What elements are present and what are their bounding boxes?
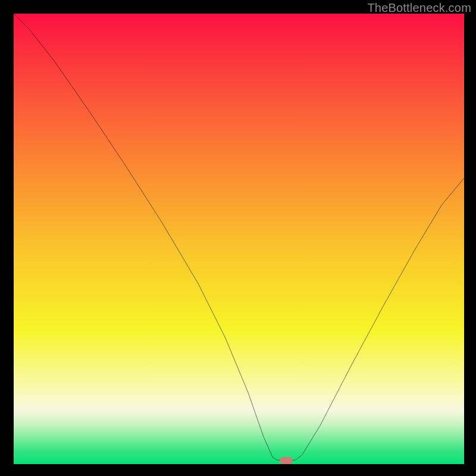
- plot-area: [14, 14, 464, 464]
- chart-stage: TheBottleneck.com: [0, 0, 476, 476]
- optimum-marker: [280, 457, 293, 464]
- bottleneck-curve: [14, 14, 464, 464]
- watermark-text: TheBottleneck.com: [367, 1, 471, 15]
